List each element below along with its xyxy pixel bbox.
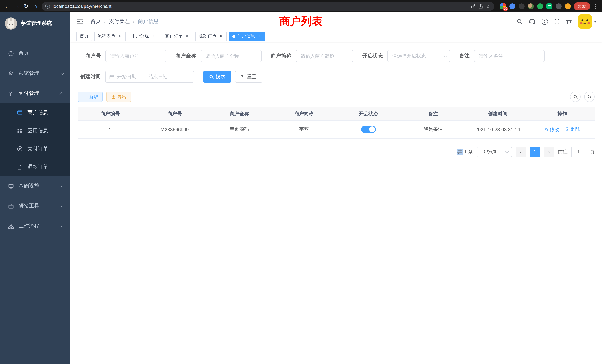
extension-face-icon[interactable] [565, 3, 571, 9]
extension-avatar-icon[interactable] [528, 3, 534, 9]
chevron-down-icon [60, 224, 64, 227]
edit-link[interactable]: ✎修改 [544, 126, 559, 133]
sidebar-item-infra[interactable]: 基础设施 [0, 176, 70, 196]
sidebar-item-label: 基础设施 [19, 183, 39, 189]
export-button[interactable]: 导出 [106, 92, 131, 102]
browser-back-icon[interactable]: ← [3, 1, 12, 11]
short-name-input[interactable] [296, 50, 353, 62]
cell-status [336, 120, 401, 138]
search-icon [573, 94, 578, 99]
remark-input[interactable] [474, 50, 545, 62]
search-icon[interactable] [516, 19, 523, 24]
sidebar-item-label: 退款订单 [27, 164, 48, 170]
font-size-icon[interactable]: TT [566, 18, 572, 25]
navbar-tools: ? TT ▾ [516, 14, 596, 29]
breadcrumb-separator: / [133, 19, 135, 24]
delete-link[interactable]: 删除 [565, 126, 580, 132]
tab-pay-order[interactable]: 支付订单× [162, 31, 193, 41]
page-1-button[interactable]: 1 [530, 147, 540, 157]
address-bar[interactable]: i localhost:1024/pay/merchant ☆ [42, 2, 494, 11]
next-page-button[interactable]: › [544, 147, 554, 157]
table-row: 1 M233666999 芋道源码 芋艿 我是备注 2021-10-23 08:… [78, 120, 595, 138]
sidebar-item-payment[interactable]: ¥ 支付管理 [0, 83, 70, 103]
user-menu[interactable]: ▾ [578, 14, 596, 29]
tab-process-form[interactable]: 流程表单× [94, 31, 126, 41]
short-name-label: 商户简称 [271, 53, 291, 59]
sidebar-item-label: 首页 [19, 50, 29, 57]
sidebar-item-devtools[interactable]: 研发工具 [0, 196, 70, 216]
merchant-no-input[interactable] [105, 50, 166, 62]
browser-reload-icon[interactable]: ↻ [22, 1, 31, 11]
caret-down-icon: ▾ [594, 20, 596, 23]
page-size-select[interactable]: 10条/页 [477, 147, 512, 157]
sidebar-item-label: 支付管理 [19, 90, 39, 97]
extension-badge: 10 [503, 7, 508, 11]
site-info-icon[interactable]: i [45, 4, 50, 9]
fullscreen-icon[interactable] [554, 19, 559, 24]
sidebar-item-home[interactable]: 首页 [0, 43, 70, 63]
sidebar-item-app-info[interactable]: 应用信息 [0, 122, 70, 140]
close-icon[interactable]: × [151, 33, 156, 39]
extension-dark-icon[interactable] [519, 3, 525, 9]
sidebar-item-label: 应用信息 [27, 127, 48, 134]
bookmark-star-icon[interactable]: ☆ [486, 3, 490, 9]
breadcrumb: 首页 / 支付管理 / 商户信息 [90, 18, 159, 25]
add-button[interactable]: ＋ 新增 [78, 92, 103, 102]
toggle-search-button[interactable] [570, 92, 580, 102]
help-icon[interactable]: ? [541, 18, 548, 25]
full-name-input[interactable] [201, 50, 262, 62]
sitemap-icon [7, 223, 14, 229]
sidebar-item-refund-order[interactable]: 退款订单 [0, 158, 70, 176]
extension-grid-icon[interactable]: 10 [500, 3, 506, 9]
sidebar-item-workflow[interactable]: 工作流程 [0, 216, 70, 236]
cell-merchant-no: M233666999 [142, 120, 207, 138]
goto-page-input[interactable] [571, 147, 586, 157]
extension-notes-icon[interactable] [546, 3, 552, 9]
dashboard-icon [7, 51, 14, 56]
share-icon[interactable] [478, 4, 483, 9]
reset-button[interactable]: ↻ 重置 [235, 71, 262, 83]
calendar-icon [109, 74, 114, 79]
status-toggle[interactable] [361, 126, 376, 133]
search-button[interactable]: 搜索 [203, 71, 231, 83]
github-icon[interactable] [529, 18, 535, 25]
tab-home[interactable]: 首页 [76, 31, 92, 41]
pagination: 共 1 条 10条/页 ‹ 1 › 前往 页 [78, 147, 595, 157]
tab-user-group[interactable]: 用户分组× [128, 31, 159, 41]
close-icon[interactable]: × [218, 33, 224, 39]
prev-page-button[interactable]: ‹ [516, 147, 526, 157]
sidebar-item-merchant-info[interactable]: 商户信息 [0, 103, 70, 122]
chevron-down-icon [60, 204, 64, 207]
close-icon[interactable]: × [257, 33, 262, 39]
create-time-label: 创建时间 [78, 73, 101, 80]
close-icon[interactable]: × [117, 33, 122, 39]
extension-knot-icon[interactable] [556, 3, 562, 9]
hamburger-icon[interactable] [76, 18, 84, 25]
browser-toolbar: ← → ↻ ⌂ i localhost:1024/pay/merchant ☆ … [0, 0, 602, 12]
col-merchant-id: 商户编号 [78, 107, 142, 120]
browser-update-button[interactable]: 更新 [574, 2, 590, 10]
start-date-placeholder: 开始日期 [117, 73, 136, 80]
browser-forward-icon[interactable]: → [12, 1, 22, 11]
breadcrumb-payment[interactable]: 支付管理 [109, 18, 130, 25]
sidebar-item-label: 工作流程 [19, 223, 39, 229]
sidebar-item-label: 支付订单 [27, 146, 48, 152]
sidebar-item-pay-order[interactable]: 支付订单 [0, 140, 70, 158]
extension-pin-icon[interactable] [509, 3, 515, 9]
close-icon[interactable]: × [185, 33, 190, 39]
sidebar-item-system[interactable]: ⚙ 系统管理 [0, 63, 70, 83]
tab-refund-order[interactable]: 退款订单× [195, 31, 227, 41]
create-time-range-picker[interactable]: 开始日期 - 结束日期 [105, 71, 194, 83]
browser-menu-icon[interactable]: ⋮ [592, 3, 599, 9]
status-select[interactable]: 请选择开启状态 [387, 50, 450, 62]
tab-merchant-info[interactable]: 商户信息× [229, 31, 265, 41]
page-root: ← → ↻ ⌂ i localhost:1024/pay/merchant ☆ … [0, 0, 602, 364]
password-key-icon[interactable] [471, 4, 476, 9]
app-logo[interactable]: 芋道管理系统 [0, 12, 70, 34]
chevron-down-icon [60, 71, 64, 75]
refresh-table-button[interactable]: ↻ [584, 92, 595, 102]
breadcrumb-home[interactable]: 首页 [90, 18, 101, 25]
main-area: 首页 / 支付管理 / 商户信息 商户列表 ? TT ▾ [70, 12, 602, 364]
browser-home-icon[interactable]: ⌂ [31, 1, 40, 11]
extension-green-icon[interactable] [537, 3, 543, 9]
